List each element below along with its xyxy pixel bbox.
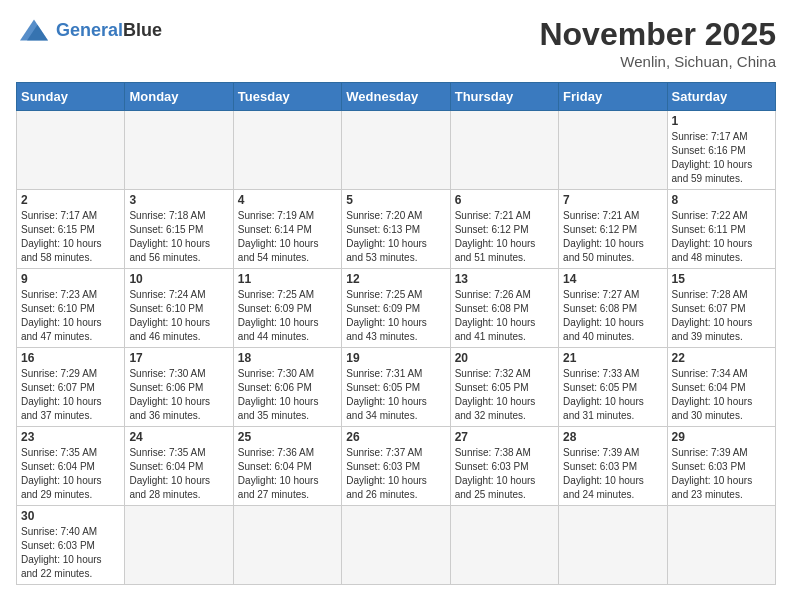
day-number: 14 [563,272,662,286]
day-cell: 21Sunrise: 7:33 AM Sunset: 6:05 PM Dayli… [559,348,667,427]
day-info: Sunrise: 7:17 AM Sunset: 6:15 PM Dayligh… [21,209,120,265]
day-cell: 22Sunrise: 7:34 AM Sunset: 6:04 PM Dayli… [667,348,775,427]
day-cell: 15Sunrise: 7:28 AM Sunset: 6:07 PM Dayli… [667,269,775,348]
weekday-header-thursday: Thursday [450,83,558,111]
day-cell: 14Sunrise: 7:27 AM Sunset: 6:08 PM Dayli… [559,269,667,348]
week-row-5: 23Sunrise: 7:35 AM Sunset: 6:04 PM Dayli… [17,427,776,506]
day-info: Sunrise: 7:35 AM Sunset: 6:04 PM Dayligh… [21,446,120,502]
day-info: Sunrise: 7:39 AM Sunset: 6:03 PM Dayligh… [563,446,662,502]
day-cell: 25Sunrise: 7:36 AM Sunset: 6:04 PM Dayli… [233,427,341,506]
day-cell: 13Sunrise: 7:26 AM Sunset: 6:08 PM Dayli… [450,269,558,348]
day-number: 18 [238,351,337,365]
day-cell [342,506,450,585]
day-cell [342,111,450,190]
day-cell [125,506,233,585]
day-info: Sunrise: 7:26 AM Sunset: 6:08 PM Dayligh… [455,288,554,344]
day-number: 27 [455,430,554,444]
day-info: Sunrise: 7:30 AM Sunset: 6:06 PM Dayligh… [129,367,228,423]
day-info: Sunrise: 7:33 AM Sunset: 6:05 PM Dayligh… [563,367,662,423]
day-cell: 5Sunrise: 7:20 AM Sunset: 6:13 PM Daylig… [342,190,450,269]
day-cell [559,506,667,585]
day-cell [17,111,125,190]
day-info: Sunrise: 7:39 AM Sunset: 6:03 PM Dayligh… [672,446,771,502]
day-info: Sunrise: 7:25 AM Sunset: 6:09 PM Dayligh… [346,288,445,344]
weekday-header-tuesday: Tuesday [233,83,341,111]
day-cell [125,111,233,190]
day-cell: 24Sunrise: 7:35 AM Sunset: 6:04 PM Dayli… [125,427,233,506]
day-info: Sunrise: 7:27 AM Sunset: 6:08 PM Dayligh… [563,288,662,344]
day-number: 7 [563,193,662,207]
day-cell [450,506,558,585]
day-number: 28 [563,430,662,444]
day-cell: 19Sunrise: 7:31 AM Sunset: 6:05 PM Dayli… [342,348,450,427]
day-info: Sunrise: 7:20 AM Sunset: 6:13 PM Dayligh… [346,209,445,265]
day-cell: 11Sunrise: 7:25 AM Sunset: 6:09 PM Dayli… [233,269,341,348]
day-number: 25 [238,430,337,444]
day-cell: 8Sunrise: 7:22 AM Sunset: 6:11 PM Daylig… [667,190,775,269]
day-number: 23 [21,430,120,444]
day-number: 12 [346,272,445,286]
day-cell: 10Sunrise: 7:24 AM Sunset: 6:10 PM Dayli… [125,269,233,348]
day-number: 1 [672,114,771,128]
location: Wenlin, Sichuan, China [539,53,776,70]
day-cell: 2Sunrise: 7:17 AM Sunset: 6:15 PM Daylig… [17,190,125,269]
day-number: 15 [672,272,771,286]
day-number: 21 [563,351,662,365]
day-info: Sunrise: 7:21 AM Sunset: 6:12 PM Dayligh… [455,209,554,265]
day-cell: 6Sunrise: 7:21 AM Sunset: 6:12 PM Daylig… [450,190,558,269]
day-cell: 30Sunrise: 7:40 AM Sunset: 6:03 PM Dayli… [17,506,125,585]
calendar: SundayMondayTuesdayWednesdayThursdayFrid… [16,82,776,585]
day-cell: 29Sunrise: 7:39 AM Sunset: 6:03 PM Dayli… [667,427,775,506]
weekday-header-sunday: Sunday [17,83,125,111]
day-info: Sunrise: 7:38 AM Sunset: 6:03 PM Dayligh… [455,446,554,502]
day-number: 8 [672,193,771,207]
day-cell: 18Sunrise: 7:30 AM Sunset: 6:06 PM Dayli… [233,348,341,427]
day-cell: 4Sunrise: 7:19 AM Sunset: 6:14 PM Daylig… [233,190,341,269]
day-cell: 9Sunrise: 7:23 AM Sunset: 6:10 PM Daylig… [17,269,125,348]
weekday-header-wednesday: Wednesday [342,83,450,111]
day-number: 2 [21,193,120,207]
day-number: 16 [21,351,120,365]
day-cell: 28Sunrise: 7:39 AM Sunset: 6:03 PM Dayli… [559,427,667,506]
day-info: Sunrise: 7:25 AM Sunset: 6:09 PM Dayligh… [238,288,337,344]
week-row-4: 16Sunrise: 7:29 AM Sunset: 6:07 PM Dayli… [17,348,776,427]
day-number: 22 [672,351,771,365]
day-cell: 26Sunrise: 7:37 AM Sunset: 6:03 PM Dayli… [342,427,450,506]
day-number: 3 [129,193,228,207]
weekday-header-friday: Friday [559,83,667,111]
title-block: November 2025 Wenlin, Sichuan, China [539,16,776,70]
logo-text: GeneralBlue [56,20,162,41]
week-row-1: 1Sunrise: 7:17 AM Sunset: 6:16 PM Daylig… [17,111,776,190]
logo: GeneralBlue [16,16,162,44]
day-cell [667,506,775,585]
day-number: 20 [455,351,554,365]
day-cell: 23Sunrise: 7:35 AM Sunset: 6:04 PM Dayli… [17,427,125,506]
week-row-3: 9Sunrise: 7:23 AM Sunset: 6:10 PM Daylig… [17,269,776,348]
day-number: 13 [455,272,554,286]
weekday-header-monday: Monday [125,83,233,111]
day-info: Sunrise: 7:29 AM Sunset: 6:07 PM Dayligh… [21,367,120,423]
logo-icon [16,16,52,44]
day-cell: 20Sunrise: 7:32 AM Sunset: 6:05 PM Dayli… [450,348,558,427]
week-row-6: 30Sunrise: 7:40 AM Sunset: 6:03 PM Dayli… [17,506,776,585]
day-number: 17 [129,351,228,365]
day-cell: 27Sunrise: 7:38 AM Sunset: 6:03 PM Dayli… [450,427,558,506]
day-info: Sunrise: 7:32 AM Sunset: 6:05 PM Dayligh… [455,367,554,423]
day-info: Sunrise: 7:19 AM Sunset: 6:14 PM Dayligh… [238,209,337,265]
day-number: 6 [455,193,554,207]
day-cell: 16Sunrise: 7:29 AM Sunset: 6:07 PM Dayli… [17,348,125,427]
day-number: 24 [129,430,228,444]
day-info: Sunrise: 7:22 AM Sunset: 6:11 PM Dayligh… [672,209,771,265]
day-info: Sunrise: 7:21 AM Sunset: 6:12 PM Dayligh… [563,209,662,265]
day-number: 9 [21,272,120,286]
day-number: 26 [346,430,445,444]
day-cell [233,111,341,190]
day-info: Sunrise: 7:34 AM Sunset: 6:04 PM Dayligh… [672,367,771,423]
day-info: Sunrise: 7:35 AM Sunset: 6:04 PM Dayligh… [129,446,228,502]
day-info: Sunrise: 7:40 AM Sunset: 6:03 PM Dayligh… [21,525,120,581]
day-cell: 12Sunrise: 7:25 AM Sunset: 6:09 PM Dayli… [342,269,450,348]
weekday-header-row: SundayMondayTuesdayWednesdayThursdayFrid… [17,83,776,111]
day-cell [233,506,341,585]
day-info: Sunrise: 7:30 AM Sunset: 6:06 PM Dayligh… [238,367,337,423]
day-number: 10 [129,272,228,286]
